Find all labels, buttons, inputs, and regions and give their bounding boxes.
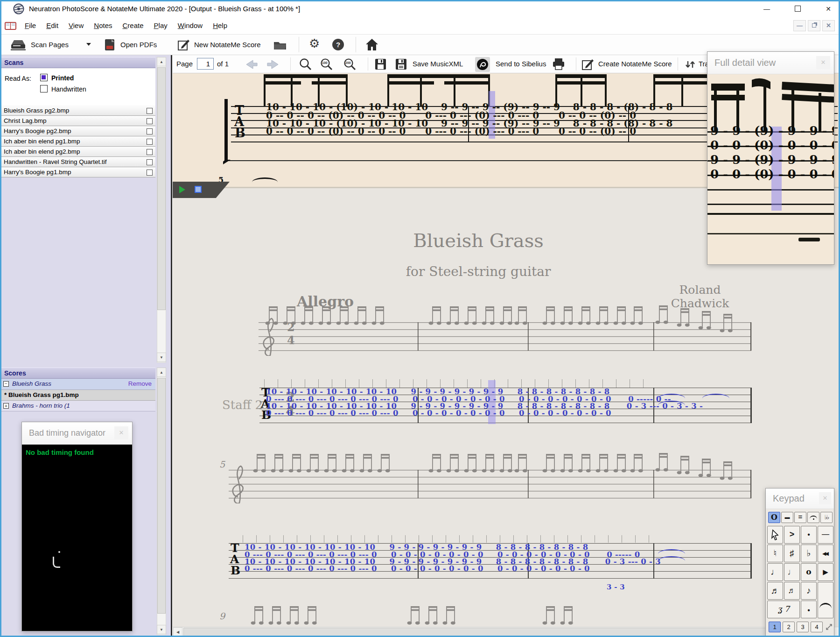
scores-scroll-up-icon[interactable]: ▲ <box>157 368 166 377</box>
scans-scroll-down-icon[interactable]: ▼ <box>157 353 166 362</box>
panel-divider[interactable] <box>171 55 172 637</box>
scans-scroll-up-icon[interactable]: ▲ <box>157 57 166 66</box>
menu-create[interactable]: Create <box>118 18 149 33</box>
scan-file-row[interactable]: Handwritten - Ravel String Quartet.tif <box>0 157 155 167</box>
keypad-tenuto-button[interactable]: — <box>818 526 833 544</box>
menu-play[interactable]: Play <box>149 18 173 33</box>
menu-file[interactable]: File <box>20 18 41 33</box>
printed-checkbox[interactable] <box>40 74 48 81</box>
scan-file-row[interactable]: Blueish Grass pg2.bmp <box>0 106 155 116</box>
scan-file-row[interactable]: Christ Lag.bmp <box>0 116 155 126</box>
keypad-half-note-button[interactable]: ♩ <box>784 563 800 581</box>
full-detail-close-icon[interactable]: ✕ <box>816 56 830 69</box>
scan-pages-button[interactable]: Scan Pages <box>31 41 69 49</box>
zoom-icon[interactable] <box>299 57 313 71</box>
tab2-row-4[interactable]: 0 --- 0 --- 0 --- 0 --- 0 --- 0 --- 0 0 … <box>245 564 590 573</box>
scan-file-row[interactable]: Harry's Boogie pg1.bmp <box>0 167 155 177</box>
collapse-icon[interactable]: − <box>3 381 9 387</box>
open-folder-icon[interactable] <box>273 39 287 51</box>
keypad-eighth-note-button[interactable]: ♪ <box>801 582 817 600</box>
menu-edit[interactable]: Edit <box>41 18 63 33</box>
keypad-page-4[interactable]: 4 <box>811 622 823 632</box>
zoom-200-icon[interactable] <box>343 57 357 71</box>
help-icon[interactable]: ? <box>332 39 344 50</box>
menu-view[interactable]: View <box>63 18 89 33</box>
tab1-row-4[interactable]: 0 --- 0 --- 0 --- 0 --- 0 --- 0 --- 0 0 … <box>266 409 611 418</box>
save-musicxml-button[interactable]: Save MusicXML <box>413 60 463 68</box>
score-item-page[interactable]: * Blueish Grass pg1.bmp <box>0 390 155 401</box>
keypad-quarter-note-button[interactable]: ♩ <box>767 563 783 581</box>
scan-file-checkbox[interactable] <box>147 108 153 114</box>
menu-notes[interactable]: Notes <box>89 18 117 33</box>
keypad-play-button[interactable]: ▶ <box>818 563 833 581</box>
minimize-button[interactable]: — <box>760 4 774 14</box>
keypad-pointer-button[interactable] <box>767 526 783 544</box>
expand-icon[interactable]: + <box>3 403 9 409</box>
play-button[interactable] <box>179 186 185 193</box>
keypad-accent-button[interactable]: > <box>784 526 800 544</box>
keypad-tab-ties[interactable] <box>807 512 819 523</box>
save-icon[interactable] <box>374 58 387 71</box>
stop-button[interactable] <box>195 186 202 193</box>
page-input[interactable]: 1 <box>197 58 214 70</box>
scan-file-row[interactable]: Harry's Boogie pg2.bmp <box>0 126 155 136</box>
keypad-resize-icon[interactable] <box>825 623 833 631</box>
scan-file-checkbox[interactable] <box>147 128 153 134</box>
transpose-icon[interactable] <box>684 58 696 71</box>
maximize-button[interactable] <box>791 4 805 14</box>
keypad-rewind-button[interactable]: ◀◀ <box>818 545 833 562</box>
full-detail-titlebar[interactable]: Full detail view <box>707 52 834 74</box>
close-button[interactable]: ✕ <box>821 4 835 14</box>
scan-file-checkbox[interactable] <box>147 170 153 176</box>
keypad-tie-button[interactable] <box>818 582 833 618</box>
keypad-rests-button[interactable]: ʓ 7 <box>767 601 800 618</box>
mdi-minimize-button[interactable]: — <box>793 20 806 31</box>
horizontal-scroll-thumb[interactable] <box>183 628 804 636</box>
mdi-restore-button[interactable] <box>808 20 820 31</box>
scan-file-row[interactable]: Ich aber bin elend pg2.bmp <box>0 147 155 157</box>
home-icon[interactable] <box>365 38 379 52</box>
save-musicxml-icon[interactable] <box>395 58 407 71</box>
printed-label[interactable]: Printed <box>51 74 74 82</box>
mdi-close-button[interactable]: ✕ <box>822 20 835 31</box>
zoom-100-icon[interactable] <box>320 57 334 71</box>
previous-page-icon[interactable] <box>244 59 259 70</box>
remove-link[interactable]: Remove <box>128 379 152 389</box>
keypad-close-icon[interactable]: ✕ <box>819 492 831 504</box>
keypad-tab-rests[interactable]: ▬ <box>781 512 793 523</box>
scan-file-checkbox[interactable] <box>147 139 153 145</box>
keypad-tab-beams[interactable]: = <box>794 512 806 523</box>
keypad-tab-accidentals[interactable]: ♭♭ <box>820 512 833 523</box>
keypad-natural-button[interactable]: ♮ <box>767 545 783 562</box>
scan-file-row[interactable]: Ich aber bin elend pg1.bmp <box>0 136 155 147</box>
create-notateme-button[interactable]: Create NotateMe Score <box>598 60 672 68</box>
keypad-tab-notes[interactable]: O <box>768 512 780 523</box>
keypad-sixteenth-note-button[interactable]: ♬ <box>767 582 783 600</box>
next-page-icon[interactable] <box>265 59 281 70</box>
scan-pages-dropdown-icon[interactable] <box>86 43 91 46</box>
keypad-flat-button[interactable]: ♭ <box>801 545 817 562</box>
score-item-brahms[interactable]: + Brahms - horn trio (1 <box>0 401 155 411</box>
keypad-whole-note-button[interactable]: o <box>801 563 817 581</box>
keypad-staccato-button[interactable]: • <box>801 526 817 544</box>
scan-file-checkbox[interactable] <box>147 118 153 124</box>
bad-timing-close-icon[interactable]: ✕ <box>114 426 128 439</box>
handwritten-label[interactable]: Handwritten <box>51 85 86 93</box>
scans-scroll-thumb[interactable] <box>157 67 166 310</box>
scan-file-checkbox[interactable] <box>147 159 153 165</box>
keypad-page-1[interactable]: 1 <box>769 622 781 632</box>
menu-window[interactable]: Window <box>173 18 208 33</box>
keypad-page-2[interactable]: 2 <box>783 622 795 632</box>
scores-scroll-down-icon[interactable]: ▼ <box>157 625 166 634</box>
open-pdfs-button[interactable]: Open PDFs <box>120 41 157 49</box>
menu-help[interactable]: Help <box>208 18 232 33</box>
scroll-left-icon[interactable]: ◀ <box>173 627 182 637</box>
scores-scroll-thumb[interactable] <box>157 378 166 614</box>
handwritten-checkbox[interactable] <box>40 85 48 92</box>
print-icon[interactable] <box>552 57 566 71</box>
keypad-eighth-beamed-button[interactable]: ♬ <box>784 582 800 600</box>
keypad-page-3[interactable]: 3 <box>797 622 809 632</box>
score-item-blueish-grass[interactable]: − Blueish Grass Remove <box>0 379 155 390</box>
send-to-sibelius-button[interactable]: Send to Sibelius <box>496 60 546 68</box>
settings-gear-icon[interactable]: ⚙ <box>309 36 320 51</box>
